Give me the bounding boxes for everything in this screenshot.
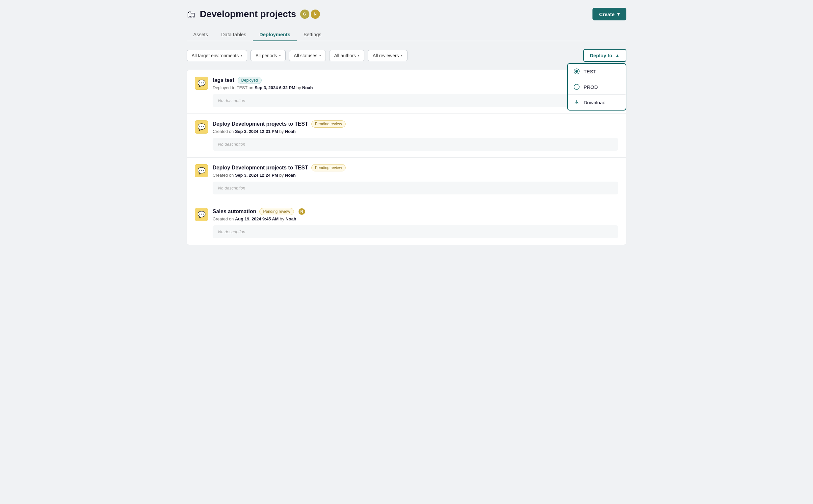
avatar-group: G N <box>300 10 320 19</box>
deployment-title[interactable]: Deploy Development projects to TEST <box>213 165 308 171</box>
deployment-header: 💬 Deploy Development projects to TEST Pe… <box>195 120 618 134</box>
chevron-down-icon: ▾ <box>401 54 402 57</box>
deployment-item: 💬 Sales automation Pending review N Crea… <box>187 201 626 245</box>
create-button[interactable]: Create ▾ <box>593 8 626 20</box>
deployment-title-row: Deploy Development projects to TEST Pend… <box>213 120 618 128</box>
deployment-info: Deploy Development projects to TEST Pend… <box>213 120 618 134</box>
deploy-option-prod-label: PROD <box>584 84 598 90</box>
filter-reviewers-button[interactable]: All reviewers ▾ <box>368 50 407 61</box>
deployment-header: 💬 Sales automation Pending review N Crea… <box>195 208 618 221</box>
deploy-to-label: Deploy to <box>590 53 612 58</box>
filter-period-button[interactable]: All periods ▾ <box>250 50 285 61</box>
deployment-header: 💬 tags test Deployed Deployed to TEST on… <box>195 77 618 90</box>
chevron-down-icon: ▾ <box>319 54 321 57</box>
status-badge: Deployed <box>238 77 262 84</box>
create-label: Create <box>599 12 615 17</box>
tab-data-tables[interactable]: Data tables <box>215 28 253 41</box>
deployment-meta: Created on Aug 19, 2024 9:45 AM by Noah <box>213 216 618 221</box>
filter-status-button[interactable]: All statuses ▾ <box>289 50 326 61</box>
svg-point-2 <box>574 84 579 89</box>
filter-authors-label: All authors <box>334 53 356 58</box>
deployment-meta: Deployed to TEST on Sep 3, 2024 6:32 PM … <box>213 85 618 90</box>
deploy-option-download-label: Download <box>584 100 606 105</box>
filter-env-button[interactable]: All target environments ▾ <box>187 50 247 61</box>
deploy-option-test[interactable]: TEST <box>568 64 626 79</box>
tab-deployments[interactable]: Deployments <box>253 28 297 41</box>
filter-env-label: All target environments <box>191 53 239 58</box>
deployment-item: 💬 Deploy Development projects to TEST Pe… <box>187 114 626 158</box>
header-left: 🗂 Development projects G N <box>187 9 320 20</box>
deployment-title-row: Deploy Development projects to TEST Pend… <box>213 164 618 171</box>
deployment-title[interactable]: Deploy Development projects to TEST <box>213 121 308 127</box>
svg-point-1 <box>575 70 578 73</box>
radio-icon <box>574 84 580 90</box>
page-title: Development projects <box>200 9 296 19</box>
avatar-g: G <box>300 10 309 19</box>
status-badge: Pending review <box>311 120 345 128</box>
filters-bar: All target environments ▾ All periods ▾ … <box>187 49 626 62</box>
deployment-icon: 💬 <box>195 120 208 134</box>
deploy-to-container: Deploy to ▲ TEST <box>583 49 626 62</box>
page-icon: 🗂 <box>187 9 196 20</box>
deployment-info: tags test Deployed Deployed to TEST on S… <box>213 77 618 90</box>
author-avatar: N <box>298 208 305 215</box>
download-icon <box>574 99 580 105</box>
page-header: 🗂 Development projects G N Create ▾ <box>187 8 626 20</box>
deployment-description: No description <box>213 225 618 238</box>
chevron-down-icon: ▾ <box>358 54 359 57</box>
deployment-icon: 💬 <box>195 164 208 177</box>
tabs-bar: Assets Data tables Deployments Settings <box>187 28 626 41</box>
deployment-meta: Created on Sep 3, 2024 12:24 PM by Noah <box>213 173 618 178</box>
deployment-item: 💬 Deploy Development projects to TEST Pe… <box>187 158 626 201</box>
deploy-dropdown: TEST PROD Download <box>567 63 626 111</box>
deployment-title[interactable]: tags test <box>213 77 234 83</box>
radio-checked-icon <box>574 68 580 74</box>
deployment-icon: 💬 <box>195 208 208 221</box>
tab-assets[interactable]: Assets <box>187 28 215 41</box>
filter-period-label: All periods <box>255 53 277 58</box>
chevron-up-icon: ▲ <box>615 53 620 58</box>
deployment-item: 💬 tags test Deployed Deployed to TEST on… <box>187 70 626 114</box>
filter-authors-button[interactable]: All authors ▾ <box>329 50 364 61</box>
chevron-down-icon: ▾ <box>279 54 281 57</box>
deploy-option-prod[interactable]: PROD <box>568 79 626 95</box>
deployment-info: Deploy Development projects to TEST Pend… <box>213 164 618 178</box>
deployment-description: No description <box>213 94 618 107</box>
deploy-option-download[interactable]: Download <box>568 95 626 110</box>
deployment-info: Sales automation Pending review N Create… <box>213 208 618 221</box>
deployment-header: 💬 Deploy Development projects to TEST Pe… <box>195 164 618 178</box>
deployment-title[interactable]: Sales automation <box>213 209 256 214</box>
deployment-title-row: tags test Deployed <box>213 77 618 84</box>
deploy-option-test-label: TEST <box>584 69 596 74</box>
tab-settings[interactable]: Settings <box>297 28 328 41</box>
deployment-meta: Created on Sep 3, 2024 12:31 PM by Noah <box>213 129 618 134</box>
filter-reviewers-label: All reviewers <box>372 53 398 58</box>
filter-status-label: All statuses <box>294 53 317 58</box>
deployment-title-row: Sales automation Pending review N <box>213 208 618 215</box>
status-badge: Pending review <box>311 164 345 171</box>
chevron-down-icon: ▾ <box>241 54 242 57</box>
status-badge: Pending review <box>259 208 293 215</box>
deployments-list: 💬 tags test Deployed Deployed to TEST on… <box>187 70 626 245</box>
deployment-description: No description <box>213 182 618 194</box>
chevron-down-icon: ▾ <box>617 11 620 17</box>
deploy-to-button[interactable]: Deploy to ▲ <box>583 49 626 62</box>
deployment-icon: 💬 <box>195 77 208 90</box>
avatar-n: N <box>311 10 320 19</box>
deployment-description: No description <box>213 138 618 151</box>
